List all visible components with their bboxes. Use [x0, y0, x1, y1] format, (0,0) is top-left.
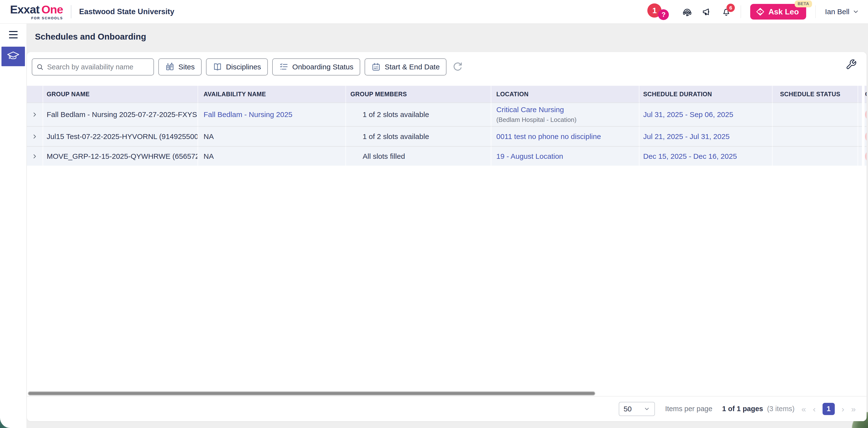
refresh-button[interactable] [452, 62, 463, 72]
help-cluster[interactable]: 1 ? [647, 3, 673, 21]
table-row: Jul15 Test-07-22-2025-HYVORNL (914925500… [27, 126, 867, 146]
group-members-header: GROUP MEMBERS [346, 86, 491, 102]
expand-column-header [27, 86, 43, 102]
page-count-label: 1 of 1 pages [722, 405, 763, 413]
checklist-icon [279, 62, 288, 72]
group-name-cell: Jul15 Test-07-22-2025-HYVORNL (914925500 [47, 132, 197, 141]
sites-filter-button[interactable]: Sites [158, 58, 202, 75]
topbar-divider [71, 5, 71, 18]
group-name-cell: MOVE_GRP-12-15-2025-QYWHRWE (65657260 [47, 152, 197, 161]
open-book-icon [213, 62, 222, 72]
schedule-duration-header: SCHEDULE DURATION [640, 86, 773, 102]
group-name-header: GROUP NAME [43, 86, 198, 102]
current-page-button[interactable]: 1 [823, 403, 835, 415]
onboarding-status-filter-button[interactable]: Onboarding Status [272, 58, 360, 75]
item-count-label: (3 items) [767, 405, 795, 413]
start-end-date-filter-button[interactable]: Start & End Date [365, 58, 446, 75]
row-expand-button[interactable] [31, 153, 38, 160]
beta-badge: BETA [795, 0, 812, 7]
exxat-one-logo[interactable]: Exxat One FOR SCHOOLS [10, 4, 63, 20]
wrench-icon [845, 59, 857, 70]
user-menu[interactable]: Ian Bell [825, 7, 859, 16]
schedule-duration-link[interactable]: Jul 21, 2025 - Jul 31, 2025 [643, 132, 772, 141]
availability-name-cell: NA [204, 152, 345, 161]
chevron-right-icon [31, 111, 38, 118]
search-input[interactable] [47, 63, 150, 71]
row-expand-button[interactable] [31, 111, 38, 118]
megaphone-icon [702, 7, 712, 17]
announcements-button[interactable] [702, 7, 712, 17]
page-size-value: 50 [624, 405, 632, 413]
refresh-icon [452, 62, 463, 72]
last-page-button[interactable]: » [851, 405, 856, 413]
chevron-right-icon [31, 153, 38, 160]
group-members-cell: All slots filled [363, 152, 491, 161]
support-headset-button[interactable] [682, 7, 692, 17]
brand-for-schools: FOR SCHOOLS [31, 17, 63, 20]
sites-label: Sites [178, 63, 195, 71]
availability-name-cell: NA [204, 132, 345, 141]
items-per-page-label: Items per page [665, 405, 712, 413]
group-members-cell: 1 of 2 slots available [363, 132, 491, 141]
location-link[interactable]: 19 - August Location [496, 152, 639, 161]
row-expand-button[interactable] [31, 133, 38, 140]
group-name-cell: Fall Bedlam - Nursing 2025-07-27-2025-FX… [47, 110, 197, 119]
chevron-right-icon [31, 133, 38, 140]
availability-name-header: AVAILABILITY NAME [198, 86, 346, 102]
table-header-row: GROUP NAME AVAILABILITY NAME GROUP MEMBE… [27, 86, 867, 102]
filter-toolbar: Sites Disciplines Onboarding Status [32, 58, 463, 75]
topbar-divider [815, 5, 816, 18]
table-footer: 50 Items per page 1 of 1 pages (3 items)… [27, 396, 867, 421]
chevron-down-icon [644, 406, 650, 412]
horizontal-scrollbar-thumb[interactable] [28, 391, 595, 396]
help-icon[interactable]: ? [658, 9, 669, 20]
top-bar: Exxat One FOR SCHOOLS Eastwood State Uni… [0, 0, 868, 24]
hamburger-menu-button[interactable] [7, 30, 19, 40]
notifications-button[interactable]: 6 [721, 7, 732, 17]
user-name: Ian Bell [825, 7, 849, 16]
content-card: Sites Disciplines Onboarding Status [27, 52, 867, 421]
next-page-button[interactable]: › [842, 405, 844, 413]
onboarding-status-badge [865, 150, 867, 163]
schedules-table: GROUP NAME AVAILABILITY NAME GROUP MEMBE… [27, 86, 867, 166]
graduation-cap-icon [6, 50, 20, 63]
notification-count-badge: 6 [726, 4, 735, 12]
group-members-cell: 1 of 2 slots available [363, 110, 491, 119]
page-size-select[interactable]: 50 [619, 402, 655, 416]
location-link[interactable]: Critical Care Nursing [496, 105, 639, 114]
onboarding-status-label: Onboarding Status [292, 63, 353, 71]
left-sidebar [0, 24, 26, 428]
topbar-divider [741, 5, 741, 18]
ask-leo-label: Ask Leo [768, 7, 799, 17]
first-page-button[interactable]: « [802, 405, 806, 413]
calendar-icon [371, 62, 381, 72]
availability-name-link[interactable]: Fall Bedlam - Nursing 2025 [204, 110, 345, 119]
disciplines-filter-button[interactable]: Disciplines [206, 58, 268, 75]
brand-one: One [41, 4, 63, 15]
onboarding-status-badge [865, 108, 867, 121]
sites-icon [165, 62, 175, 72]
disciplines-label: Disciplines [226, 63, 261, 71]
schedule-duration-link[interactable]: Jul 31, 2025 - Sep 06, 2025 [643, 110, 772, 119]
ask-leo-logo-icon [755, 7, 765, 17]
school-name: Eastwood State University [79, 7, 174, 16]
ask-leo-button[interactable]: Ask Leo BETA [750, 4, 806, 20]
table-settings-button[interactable] [845, 59, 857, 70]
table-row: MOVE_GRP-12-15-2025-QYWHRWE (65657260 NA… [27, 146, 867, 166]
schedule-duration-link[interactable]: Dec 15, 2025 - Dec 16, 2025 [643, 152, 772, 161]
vertical-scrollbar-gutter [862, 86, 865, 391]
schedule-status-header: SCHEDULE STATUS [773, 86, 858, 102]
location-header: LOCATION [491, 86, 640, 102]
chevron-down-icon [852, 8, 859, 15]
sidebar-item-academics[interactable] [1, 47, 25, 66]
previous-page-button[interactable]: ‹ [813, 405, 815, 413]
headset-icon [682, 7, 692, 17]
onboarding-status-badge [865, 130, 867, 143]
search-icon [36, 63, 44, 71]
brand-exxat: Exxat [10, 4, 39, 15]
location-link[interactable]: 0011 test no phone no discipline [496, 132, 639, 141]
search-box [32, 58, 154, 75]
location-sub-text: (Bedlam Hospital - Location) [496, 116, 639, 124]
start-end-date-label: Start & End Date [385, 63, 440, 71]
table-row: Fall Bedlam - Nursing 2025-07-27-2025-FX… [27, 102, 867, 126]
